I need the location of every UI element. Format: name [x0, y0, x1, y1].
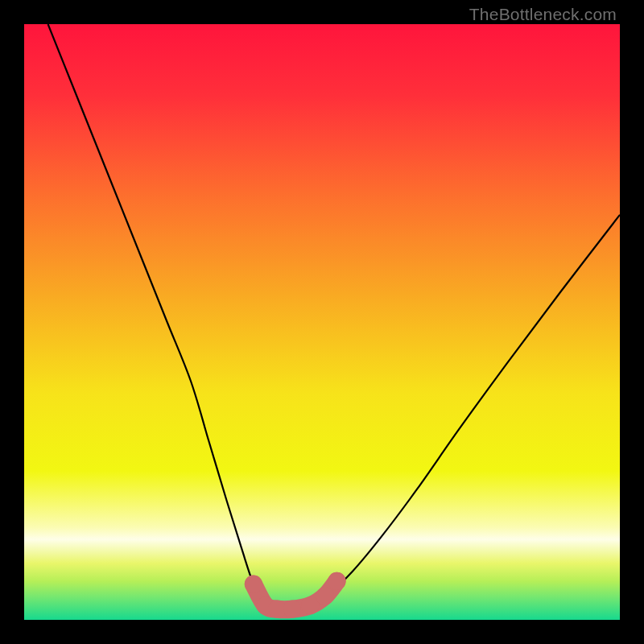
- background-gradient: [24, 24, 620, 620]
- svg-rect-0: [24, 24, 620, 620]
- watermark-text: TheBottleneck.com: [469, 5, 617, 24]
- chart-frame: TheBottleneck.com: [0, 0, 644, 644]
- plot-area: [24, 24, 620, 620]
